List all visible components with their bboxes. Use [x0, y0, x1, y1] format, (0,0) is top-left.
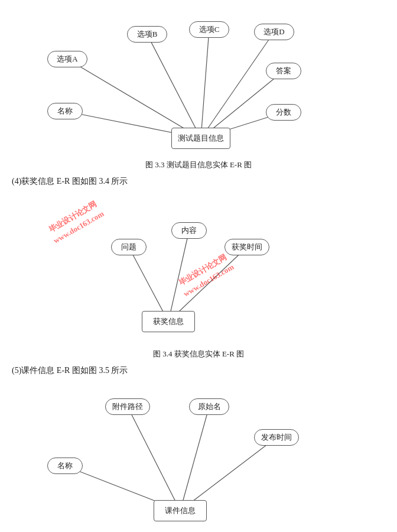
attr-xuanxiangD: 选项D — [254, 24, 294, 40]
svg-line-7 — [168, 231, 189, 322]
attr-fabu-shijian: 发布时间 — [254, 429, 299, 446]
attr-xuanxiangC: 选项C — [189, 21, 229, 38]
svg-line-0 — [147, 34, 201, 138]
attr-huojiang-shijian: 获奖时间 — [224, 239, 269, 255]
page: 选项B 选项C 选项D 选项A 答案 名称 分数 测试题目信息 图 3.3 测试… — [0, 0, 397, 532]
entity-huojiang: 获奖信息 — [142, 311, 195, 332]
attr-fenshu: 分数 — [266, 104, 301, 121]
svg-line-1 — [201, 30, 209, 138]
attr-xuanxiangB: 选项B — [127, 26, 167, 43]
attr-neirong: 内容 — [171, 222, 207, 239]
svg-line-11 — [180, 407, 209, 511]
section-label-2: (4)获奖信息 E-R 图如图 3.4 所示 — [12, 176, 385, 187]
attr-xuanxiangA: 选项A — [47, 51, 87, 67]
attr-yuanshi-ming: 原始名 — [189, 398, 229, 415]
er-diagram-3: 附件路径 原始名 发布时间 名称 课件信息 — [12, 382, 385, 532]
er-lines-2 — [12, 193, 385, 346]
watermark-1: 毕业设计论文网www.doc163.com — [45, 198, 106, 246]
caption-2: 图 3.4 获奖信息实体 E-R 图 — [12, 349, 385, 359]
svg-line-3 — [67, 59, 201, 138]
section-label-3: (5)课件信息 E-R 图如图 3.5 所示 — [12, 365, 385, 376]
er-diagram-2: 毕业设计论文网www.doc163.com 毕业设计论文网www.doc163.… — [12, 193, 385, 346]
entity-cestitimu: 测试题目信息 — [171, 128, 230, 149]
entity-kejian: 课件信息 — [154, 500, 207, 521]
svg-line-10 — [128, 407, 180, 511]
watermark-2: 毕业设计论文网www.doc163.com — [175, 251, 236, 300]
attr-fujian-lujing: 附件路径 — [105, 398, 150, 415]
attr-wenti: 问题 — [111, 239, 147, 255]
attr-mingcheng3: 名称 — [47, 458, 83, 474]
er-diagram-1: 选项B 选项C 选项D 选项A 答案 名称 分数 测试题目信息 — [12, 15, 385, 157]
attr-daan: 答案 — [266, 63, 301, 79]
svg-line-2 — [201, 32, 274, 138]
attr-mingcheng1: 名称 — [47, 103, 83, 119]
caption-1: 图 3.3 测试题目信息实体 E-R 图 — [12, 160, 385, 170]
